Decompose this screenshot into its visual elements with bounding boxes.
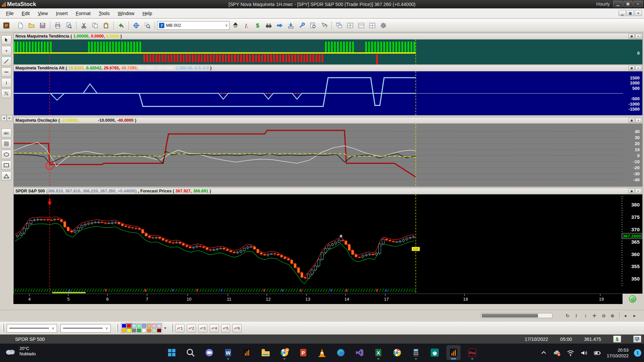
undo-button[interactable] [116,20,126,31]
trendline-tool[interactable] [1,57,11,66]
taskbar-explorer-folder[interactable] [259,345,273,360]
paste-button[interactable] [101,20,111,31]
taskbar-powerpoint[interactable]: P [296,345,310,360]
color-swatch[interactable] [142,324,146,328]
chart-close-button[interactable]: × [635,10,642,16]
scroll-left-button[interactable]: ◄ [1,115,7,121]
menu-format[interactable]: Format [72,9,95,17]
menu-window[interactable]: Window [114,9,139,17]
taskbar-excel[interactable]: X [371,345,385,360]
print-preview-button[interactable] [64,20,74,31]
chart-template-button-6[interactable]: 6 [232,324,241,333]
taskbar-search[interactable] [183,345,198,360]
color-swatch[interactable] [127,324,131,328]
panel-restore-button[interactable]: ▣ [629,189,635,193]
page-left-button[interactable]: ◄ [621,312,629,319]
menu-edit[interactable]: Edit [18,9,34,17]
color-swatch[interactable] [132,328,136,333]
tray-wifi-icon[interactable] [567,349,575,357]
rectangle-tool[interactable] [1,161,11,170]
plus-tool[interactable]: + [1,46,11,55]
panel-plot-nova-maquineta-tendencia[interactable]: 0 [14,40,642,64]
line-weight-combobox[interactable]: ∨ [60,324,111,333]
line-style-combobox[interactable]: ∨ [7,324,57,333]
color-swatch[interactable] [137,324,141,328]
tray-onedrive-error-icon[interactable] [553,349,561,357]
downloader-button[interactable] [286,20,296,31]
ellipse-tool[interactable] [1,150,11,159]
taskbar-vlc[interactable] [315,345,329,360]
panel-restore-button[interactable]: ▣ [629,118,635,123]
horizontal-scrollbar[interactable] [481,313,552,318]
zoom-in-button[interactable]: ⊕ [608,312,616,319]
pan-button[interactable]: ✛ [590,312,598,319]
text-tool[interactable]: abc [1,128,11,138]
taskbar-chrome-n[interactable]: N [277,345,291,360]
color-swatch[interactable] [157,324,161,328]
color-swatch[interactable] [122,328,126,333]
taskbar-metastock[interactable] [240,345,254,360]
power-console-button[interactable]: P [1,20,11,31]
color-swatch[interactable] [147,324,151,328]
color-swatch[interactable] [122,324,126,328]
chart-template-button-5[interactable]: 5 [221,324,230,333]
menu-insert[interactable]: Insert [52,9,72,17]
pointer-tool[interactable] [1,35,11,45]
tray-chevron-up-icon[interactable] [540,349,548,357]
chart-template-button-4[interactable]: 4 [210,324,219,333]
chart-template-button-2[interactable]: 2 [187,324,196,333]
tray-volume-icon[interactable] [580,349,588,357]
copy-button[interactable] [90,20,100,31]
minimize-button[interactable]: ▁ [613,1,623,7]
chevron-down-icon[interactable]: ∨ [225,23,228,27]
color-swatch[interactable] [127,328,131,333]
panel-close-button[interactable]: × [635,118,641,123]
taskbar-metastock-active[interactable] [446,345,461,360]
taskbar-pro[interactable]: Pro [465,345,479,360]
panel-plot-maquineta-tendencia-alt[interactable]: 15001000500-500-1000-1500 [14,71,642,115]
menu-tools[interactable]: Tools [95,9,114,17]
forecaster-button[interactable] [275,20,285,31]
taskbar-clock[interactable]: 20:53 17/10/2022 [607,347,629,359]
horizontal-line-tool[interactable] [1,67,11,77]
taskbar-word[interactable]: W [221,345,235,360]
chart-restore-button[interactable]: ▣ [627,10,634,16]
menu-help[interactable]: Help [139,9,156,17]
weather-widget[interactable]: 20°C Nublado [5,346,36,357]
print-button[interactable] [53,20,63,31]
refresh-button[interactable]: ↻ [564,312,572,319]
vertical-scale-button[interactable]: ↕ [582,312,590,319]
color-swatch[interactable] [152,328,156,333]
color-swatch[interactable] [132,324,136,328]
open-button[interactable] [26,20,37,31]
panel-plot-maquineta-oscilacao[interactable]: 403020100-10-20-30-40 [14,124,642,187]
options-tool-button[interactable] [297,20,307,31]
taskbar-calculator[interactable] [409,345,423,360]
dollar-button[interactable]: $ [613,336,621,343]
taskbar-visual-studio[interactable] [353,345,367,360]
color-swatch[interactable] [157,328,161,333]
chart-template-button-3[interactable]: 3 [198,324,207,333]
chart-template-button-1[interactable]: 1 [175,324,184,333]
chart-minimize-button[interactable]: ▁ [619,10,626,16]
save-button[interactable] [38,20,48,31]
menu-view[interactable]: View [34,9,52,17]
color-swatch[interactable] [142,328,146,333]
taskbar-chat[interactable] [202,345,216,360]
taskbar-edge[interactable] [334,345,348,360]
explorer-button[interactable] [264,20,274,31]
triangle-tool[interactable] [1,171,11,181]
system-tester-button[interactable]: $ [253,20,263,31]
panel-close-button[interactable]: × [635,189,641,193]
tile-chart-button[interactable] [356,20,366,31]
indicator-builder-button[interactable]: fx [241,20,252,31]
bar-interval-button[interactable]: I [572,312,580,319]
x-axis[interactable]: 45671011121314171819 [13,294,623,304]
expert-advisor-button[interactable] [230,20,240,31]
customize-gear-button[interactable] [378,20,388,31]
taskbar-start[interactable] [165,345,179,360]
vertical-line-tool[interactable]: I [1,78,11,87]
percent-line-tool[interactable] [1,89,11,98]
zoom-out-button[interactable]: ⊖ [600,312,608,319]
chevron-down-icon[interactable]: ∨ [52,326,54,330]
